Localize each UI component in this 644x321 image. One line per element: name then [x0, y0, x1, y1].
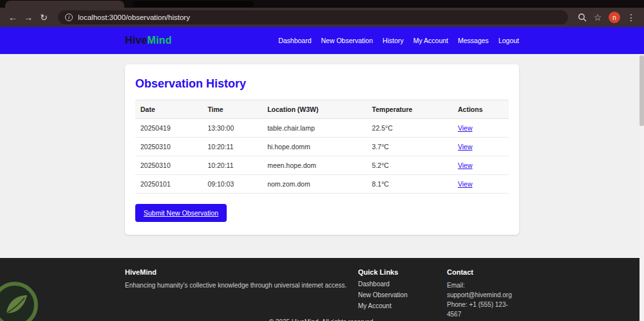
- content-card: Observation History Date Time Location (…: [125, 64, 519, 235]
- footer-quick-links-column: Quick Links Dashboard New Observation My…: [358, 268, 447, 319]
- footer-tagline: Enhancing humanity's collective knowledg…: [125, 280, 358, 290]
- footer-contact-email: Email: support@hivemind.org: [447, 280, 519, 300]
- col-header-time: Time: [202, 100, 262, 119]
- footer-link-dashboard[interactable]: Dashboard: [358, 280, 390, 288]
- cell-time: 10:20:11: [202, 138, 262, 156]
- cell-temperature: 3.7°C: [367, 138, 453, 156]
- col-header-location: Location (W3W): [262, 100, 366, 119]
- nav-links: Dashboard New Observation History My Acc…: [269, 37, 519, 44]
- reload-icon[interactable]: ↻: [37, 11, 50, 24]
- site-footer: HiveMind Enhancing humanity's collective…: [0, 258, 644, 321]
- cell-actions: View: [453, 119, 509, 138]
- footer-contact-phone: Phone: +1 (555) 123-4567: [447, 300, 519, 319]
- brand-logo[interactable]: HiveMind: [125, 35, 172, 46]
- footer-contact-column: Contact Email: support@hivemind.org Phon…: [447, 268, 519, 319]
- profile-avatar[interactable]: n: [609, 12, 620, 23]
- cell-temperature: 8.1°C: [367, 175, 453, 194]
- table-row: 20250310 10:20:11 hi.hope.domm 3.7°C Vie…: [135, 138, 509, 156]
- cell-date: 20250310: [135, 138, 202, 156]
- cell-location: nom.zom.dom: [262, 175, 366, 194]
- col-header-actions: Actions: [453, 100, 509, 119]
- col-header-date: Date: [135, 100, 202, 119]
- footer-link-new-observation[interactable]: New Observation: [358, 291, 408, 298]
- page-scrollbar[interactable]: [639, 54, 644, 321]
- zoom-search-icon[interactable]: [576, 13, 589, 22]
- cell-location: table.chair.lamp: [262, 119, 366, 138]
- col-header-temperature: Temperature: [367, 100, 453, 119]
- cell-actions: View: [453, 138, 509, 156]
- menu-kebab-icon[interactable]: ⋮: [625, 11, 638, 24]
- view-link[interactable]: View: [458, 161, 473, 169]
- table-row: 20250310 10:20:11 meen.hope.dom 5.2°C Vi…: [135, 156, 509, 175]
- nav-link-logout[interactable]: Logout: [498, 37, 519, 44]
- view-link[interactable]: View: [458, 143, 473, 151]
- url-text: localhost:3000/observation/history: [78, 14, 190, 21]
- forward-icon[interactable]: →: [22, 11, 35, 24]
- view-link[interactable]: View: [458, 124, 473, 132]
- browser-toolbar: ← → ↻ i localhost:3000/observation/histo…: [0, 8, 644, 27]
- cell-date: 20250310: [135, 156, 202, 175]
- footer-contact-title: Contact: [447, 268, 519, 276]
- cell-location: hi.hope.domm: [262, 138, 366, 156]
- cell-time: 09:10:03: [202, 175, 262, 194]
- nav-link-messages[interactable]: Messages: [458, 37, 489, 44]
- brand-mind-text: Mind: [147, 35, 172, 46]
- footer-copyright: © 2025 HiveMind. All rights reserved.: [0, 318, 644, 321]
- footer-link-my-account[interactable]: My Account: [358, 302, 392, 309]
- footer-brand: HiveMind: [125, 268, 358, 276]
- page-title: Observation History: [135, 77, 509, 91]
- nav-link-my-account[interactable]: My Account: [413, 37, 448, 44]
- bookmark-star-icon[interactable]: ☆: [591, 11, 604, 24]
- cell-location: meen.hope.dom: [262, 156, 366, 175]
- table-row: 20250419 13:30:00 table.chair.lamp 22.5°…: [135, 119, 509, 138]
- address-bar[interactable]: i localhost:3000/observation/history: [58, 10, 568, 24]
- scrollbar-thumb[interactable]: [639, 55, 644, 126]
- page-background: Observation History Date Time Location (…: [0, 64, 644, 258]
- site-info-icon[interactable]: i: [65, 14, 73, 21]
- browser-tab-inactive[interactable]: [133, 1, 254, 7]
- browser-tab-strip: [0, 0, 644, 8]
- footer-quick-links-title: Quick Links: [358, 268, 398, 276]
- table-row: 20250101 09:10:03 nom.zom.dom 8.1°C View: [135, 175, 509, 194]
- cell-actions: View: [453, 156, 509, 175]
- browser-tab-active[interactable]: [5, 1, 124, 8]
- cell-temperature: 5.2°C: [367, 156, 453, 175]
- cell-time: 10:20:11: [202, 156, 262, 175]
- footer-brand-column: HiveMind Enhancing humanity's collective…: [125, 268, 358, 319]
- nav-link-history[interactable]: History: [383, 37, 404, 44]
- cell-actions: View: [453, 175, 509, 194]
- cell-date: 20250419: [135, 119, 202, 138]
- cell-temperature: 22.5°C: [367, 119, 453, 138]
- submit-new-observation-button[interactable]: Submit New Observation: [135, 204, 227, 222]
- cell-date: 20250101: [135, 175, 202, 194]
- observations-table: Date Time Location (W3W) Temperature Act…: [135, 100, 509, 194]
- nav-link-dashboard[interactable]: Dashboard: [278, 37, 311, 44]
- cell-time: 13:30:00: [202, 119, 262, 138]
- table-header-row: Date Time Location (W3W) Temperature Act…: [135, 100, 509, 119]
- brand-hive-text: Hive: [125, 35, 147, 46]
- nav-link-new-observation[interactable]: New Observation: [321, 37, 374, 44]
- back-icon[interactable]: ←: [6, 11, 19, 24]
- site-navbar: HiveMind Dashboard New Observation Histo…: [0, 27, 644, 54]
- view-link[interactable]: View: [458, 180, 473, 188]
